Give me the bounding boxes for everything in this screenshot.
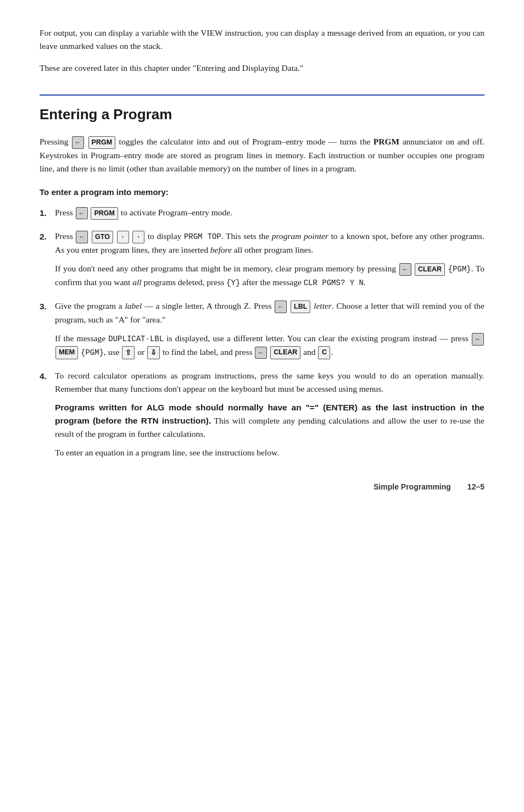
step-2-num: 2. [40,230,55,243]
subsection-title: To enter a program into memory: [40,186,484,198]
step3-lbl-key: LBL [291,301,310,313]
step2-mono-prgmtop: PRGM TOP [184,232,221,241]
step4-last: To enter an equation in a program line, … [55,446,484,459]
step2b-pgm: {PGM} [448,265,471,274]
step2-note: If you don't need any other programs tha… [55,262,484,290]
shift-key: ← [72,136,84,149]
footer-section-label: Simple Programming [374,481,451,493]
step3b-up-key: ⇧ [122,346,135,359]
step-1: 1. Press ← PRGM to activate Program–entr… [40,206,484,220]
step3-shift-key: ← [275,301,287,313]
step3b-pgm: {PGM} [81,348,104,357]
step4-para1: To record calculator operations as progr… [55,369,484,396]
step3b-down-key: ⇩ [147,346,160,359]
step-4-num: 4. [40,369,55,383]
step3-duplicat: DUPLICAT·LBL [108,335,164,343]
step-4-content: To record calculator operations as progr… [55,369,484,459]
steps-list: 1. Press ← PRGM to activate Program–entr… [40,206,484,460]
step2b-clrpgms: CLR PGMS? Y N [304,279,364,287]
step3b-mem-key: MEM [55,346,78,359]
step-1-content: Press ← PRGM to activate Program–entry m… [55,206,484,220]
page-footer: Simple Programming 12–5 [40,481,484,493]
step3b-shift-key: ← [472,333,484,346]
step-3-num: 3. [40,299,55,313]
step1-prgm-key: PRGM [91,207,118,220]
intro-para1: For output, you can display a variable w… [40,26,484,53]
intro-para2: These are covered later in this chapter … [40,62,484,75]
step-2: 2. Press ← GTO · · to display PRGM TOP. … [40,230,484,290]
section-body: Pressing ← PRGM toggles the calculator i… [40,135,484,175]
step2-dot2-key: · [132,231,144,243]
step-3-content: Give the program a label — a single lett… [55,299,484,359]
step3-note: If the message DUPLICAT·LBL is displayed… [55,332,484,359]
step3b-shift2-key: ← [255,347,267,359]
step3b-clear-key: CLEAR [270,346,300,359]
step-1-num: 1. [40,206,55,220]
section-title: Entering a Program [40,103,484,125]
step1-shift-key: ← [76,207,88,220]
step-2-content: Press ← GTO · · to display PRGM TOP. Thi… [55,230,484,290]
step2-dot1-key: · [117,231,129,243]
step2b-clear-key: CLEAR [415,263,445,276]
step-4: 4. To record calculator operations as pr… [40,369,484,459]
footer-page-number: 12–5 [467,481,484,493]
prgm-key: PRGM [88,136,116,149]
step-3: 3. Give the program a label — a single l… [40,299,484,359]
intro-section: For output, you can display a variable w… [40,26,484,75]
step2-gto-key: GTO [92,231,113,243]
step2-shift-key: ← [76,231,88,243]
section-divider [40,94,484,96]
step3b-c-key: C [318,346,330,359]
step4-bold: Programs written for ALG mode should nor… [55,401,484,441]
step2b-shift-key: ← [399,263,411,276]
step2b-y: {Y} [226,279,240,287]
